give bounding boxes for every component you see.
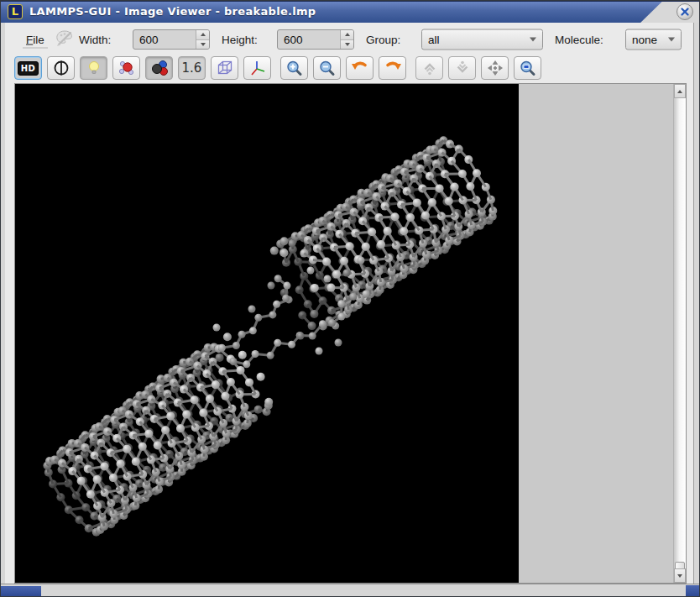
- window-frame-right: [693, 23, 699, 584]
- resize-corner-left[interactable]: [1, 586, 41, 596]
- close-icon: [680, 7, 690, 17]
- palette-icon: [54, 28, 76, 51]
- height-spin-buttons: [340, 30, 353, 49]
- chevron-down-icon: [668, 38, 675, 42]
- group-value: all: [428, 34, 440, 46]
- height-spin-up[interactable]: [341, 30, 353, 39]
- window-frame-bottom: [1, 584, 699, 596]
- vdw-style-toggle[interactable]: [112, 56, 140, 80]
- width-spinbox: [133, 29, 210, 50]
- window-title: LAMMPS-GUI - Image Viewer - breakable.lm…: [29, 4, 316, 19]
- width-input[interactable]: [133, 30, 196, 49]
- tilt-down-button: [448, 56, 476, 80]
- ball-stick-style-toggle[interactable]: [145, 56, 173, 80]
- height-spin-down[interactable]: [341, 39, 353, 50]
- view-toolbar: HD1.6: [14, 55, 541, 81]
- molecule-label: Molecule:: [555, 34, 603, 46]
- height-spinbox: [277, 29, 354, 50]
- shadow-toggle[interactable]: [80, 56, 107, 80]
- zoom-factor-display[interactable]: 1.6: [178, 56, 206, 80]
- app-icon: L: [8, 4, 23, 19]
- width-spin-buttons: [196, 30, 209, 49]
- group-label: Group:: [366, 34, 400, 46]
- image-scroll-area: [14, 83, 687, 584]
- show-axes-toggle[interactable]: [243, 56, 271, 80]
- height-input[interactable]: [278, 30, 340, 49]
- titlebar[interactable]: L LAMMPS-GUI - Image Viewer - breakable.…: [1, 1, 699, 23]
- recenter-button[interactable]: [481, 56, 509, 80]
- antialias-toggle[interactable]: [47, 56, 75, 80]
- file-menu-label: File: [23, 31, 48, 49]
- rotate-left-button[interactable]: [346, 56, 374, 80]
- close-button[interactable]: [676, 3, 693, 20]
- file-menu[interactable]: File: [23, 31, 48, 49]
- options-toolbar: File Width: Height: Group: [5, 26, 693, 53]
- image-viewer-window: L LAMMPS-GUI - Image Viewer - breakable.…: [0, 0, 700, 597]
- height-label: Height:: [222, 34, 258, 46]
- group-combobox[interactable]: all: [421, 29, 543, 50]
- chevron-down-icon: [530, 38, 536, 42]
- zoom-in-button[interactable]: [280, 56, 308, 80]
- show-box-toggle[interactable]: [211, 56, 238, 80]
- vertical-scrollbar[interactable]: [673, 84, 686, 583]
- rendered-image[interactable]: [15, 84, 519, 583]
- scroll-up-icon: [677, 90, 682, 93]
- nanotube-render[interactable]: [15, 84, 519, 583]
- scroll-down-icon: [677, 574, 682, 578]
- reset-view-button[interactable]: [514, 56, 541, 80]
- scroll-up-button[interactable]: [674, 84, 686, 98]
- width-spin-up[interactable]: [196, 30, 209, 39]
- rotate-right-button[interactable]: [379, 56, 406, 80]
- width-spin-down[interactable]: [196, 39, 209, 50]
- hd-quality-toggle[interactable]: HD: [14, 56, 42, 80]
- molecule-combobox[interactable]: none: [625, 29, 682, 50]
- zoom-out-button[interactable]: [313, 56, 341, 80]
- molecule-value: none: [632, 34, 657, 46]
- width-label: Width:: [79, 34, 111, 46]
- resize-corner-right[interactable]: [686, 585, 699, 596]
- tilt-up-button: [415, 56, 443, 80]
- scroll-down-button[interactable]: [674, 568, 686, 583]
